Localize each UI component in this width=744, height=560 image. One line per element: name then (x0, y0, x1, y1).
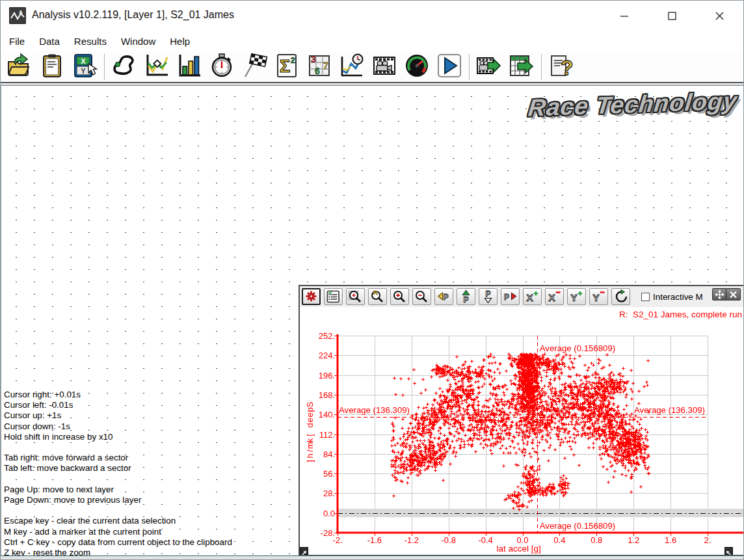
close-plot-button[interactable] (726, 288, 741, 300)
xy-graph-button[interactable] (140, 53, 173, 81)
toolbar-separator (469, 54, 470, 80)
shortcut-help-text: Cursor right: +0.01sCursor left: -0.01sC… (4, 390, 232, 558)
stopwatch-icon (208, 53, 235, 81)
app-logo-icon: A (9, 7, 26, 24)
bar-chart-button[interactable] (173, 53, 206, 81)
x-tick-label: 0.8 (582, 535, 611, 545)
help-line: Cursor left: -0.01s (4, 400, 232, 410)
zoom-out-button[interactable] (412, 288, 431, 305)
settings-gear-button[interactable] (302, 288, 321, 305)
svg-text:Y: Y (571, 292, 578, 303)
xy-data-table-button[interactable]: XY (68, 53, 101, 81)
resize-grip-right[interactable] (724, 547, 733, 555)
zoom-window-button[interactable] (346, 288, 365, 305)
svg-text:A: A (19, 9, 23, 15)
bar-chart-icon (176, 53, 203, 81)
y-scale-minus-button[interactable]: Y (589, 288, 608, 305)
video-camera-button[interactable] (368, 53, 401, 81)
average-y-label-left: Average (136.309) (339, 405, 410, 415)
y-tick-label: 28. (300, 488, 335, 498)
toolbar-separator (541, 54, 542, 80)
x-tick-label: 1.2 (619, 535, 648, 545)
export-video-icon (475, 53, 503, 81)
svg-text:P: P (444, 293, 449, 302)
maximize-button[interactable] (648, 1, 696, 31)
export-table-button[interactable] (505, 53, 538, 81)
move-window-button[interactable] (712, 288, 727, 300)
help-button[interactable]: ? (545, 53, 578, 81)
menu-data[interactable]: Data (32, 33, 67, 49)
lap-forward-button[interactable]: P (501, 288, 520, 305)
svg-text:Y: Y (593, 292, 600, 303)
close-button[interactable] (696, 1, 743, 31)
track-map-icon (111, 53, 138, 81)
time-plot-button[interactable] (336, 53, 368, 81)
scatter-plot-window: RPPPPXXYYInteractive M R: S2_01 James, c… (299, 285, 744, 556)
interactive-mode-checkbox[interactable] (641, 293, 650, 301)
svg-text:7: 7 (323, 60, 328, 71)
svg-text:P: P (486, 289, 491, 299)
plot-region: R: S2_01 James, complete run Speed [km/h… (300, 307, 744, 555)
stopwatch-button[interactable] (206, 53, 238, 81)
statistics-sigma-button[interactable]: Σ2 (271, 53, 303, 81)
y-scale-plus-button[interactable]: Y (567, 288, 586, 305)
average-y-label-right: Average (136.309) (634, 405, 705, 415)
y-tick-label: 84. (300, 449, 335, 459)
track-map-button[interactable] (108, 53, 140, 81)
x-tick-label: 0.4 (545, 535, 574, 545)
menu-results[interactable]: Results (67, 33, 114, 49)
clipboard-button[interactable] (36, 53, 68, 81)
speedometer-button[interactable] (401, 53, 433, 81)
lap-up-button[interactable]: P (457, 288, 475, 305)
help-line (4, 474, 232, 485)
menu-file[interactable]: File (2, 33, 32, 49)
svg-text:P: P (464, 295, 469, 304)
lap-times-grid-button[interactable]: 367 (303, 53, 336, 81)
x-axis-title: lat accel [g] (497, 544, 541, 553)
menu-help[interactable]: Help (163, 33, 197, 49)
minimize-button[interactable] (601, 1, 648, 31)
video-camera-icon (371, 53, 398, 81)
finish-flag-button[interactable] (238, 53, 271, 81)
help-line: Page Up: move to next layer (4, 485, 232, 495)
x-scale-plus-button[interactable]: X (523, 288, 542, 305)
help-line: Escape key - clear the current data sele… (4, 516, 232, 526)
resize-grip-left[interactable] (300, 547, 308, 555)
play-button[interactable] (433, 53, 466, 81)
menu-window[interactable]: Window (114, 33, 163, 49)
export-video-button[interactable] (473, 53, 505, 81)
lap-times-grid-icon: 367 (306, 53, 333, 81)
svg-text:R: R (373, 289, 378, 296)
zoom-in-button[interactable] (390, 288, 409, 305)
x-scale-minus-button[interactable]: X (545, 288, 564, 305)
y-tick-label: 0.0 (300, 509, 335, 518)
lap-down-button[interactable]: P (479, 288, 498, 305)
help-line: Tab right: move forward a sector (4, 453, 232, 463)
plot-legend: R: S2_01 James, complete run (619, 310, 742, 319)
svg-text:2: 2 (291, 56, 295, 65)
open-file-button[interactable] (3, 53, 36, 81)
zoom-reset-r-button[interactable]: R (368, 288, 387, 305)
reset-zoom-button[interactable] (611, 288, 630, 305)
open-file-icon (6, 53, 33, 81)
menu-bar: FileDataResultsWindowHelp (1, 31, 743, 51)
scatter-canvas[interactable] (300, 307, 744, 555)
svg-text:6: 6 (315, 66, 320, 76)
svg-text:P: P (504, 293, 509, 302)
average-x-label-bottom: Average (0.156809) (540, 521, 615, 531)
y-tick-label: 224. (300, 351, 335, 360)
y-tick-label: 56. (300, 469, 335, 479)
lap-back-button[interactable]: P (434, 288, 453, 305)
y-tick-label: 168. (300, 390, 335, 400)
average-x-label-top: Average (0.156809) (540, 343, 615, 353)
speedometer-icon (403, 53, 431, 81)
display-options-button[interactable] (324, 288, 343, 305)
clipboard-icon (38, 53, 66, 81)
x-tick-label: 0.0 (509, 535, 537, 545)
help-line: Cursor up: +1s (4, 410, 232, 421)
help-line (4, 442, 232, 453)
svg-text:X: X (81, 57, 86, 64)
x-tick-label: -0.4 (472, 535, 500, 545)
help-line: Cursor down: -1s (4, 421, 232, 432)
app-window: A Analysis v10.2.119, [Layer 1], S2_01 J… (0, 0, 744, 560)
